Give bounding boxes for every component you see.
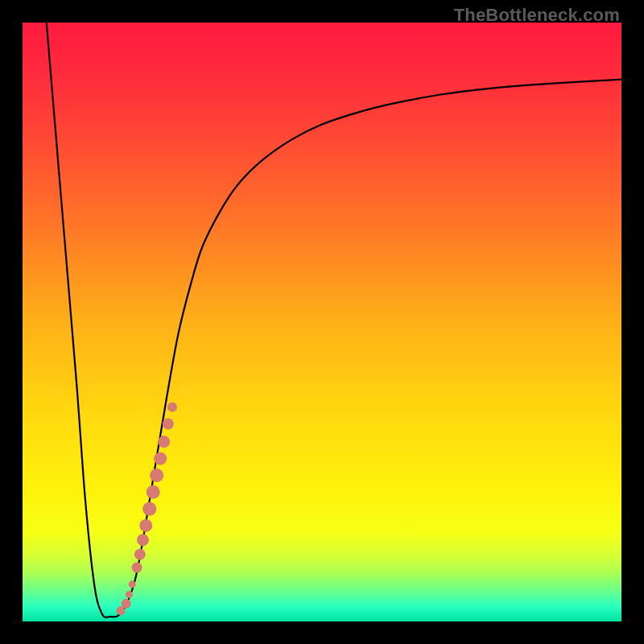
marker-dot bbox=[126, 591, 133, 598]
bottleneck-chart bbox=[23, 23, 621, 621]
marker-dot bbox=[167, 402, 177, 412]
marker-dot bbox=[122, 599, 131, 609]
chart-frame bbox=[23, 23, 621, 621]
marker-dot bbox=[142, 502, 156, 516]
marker-dot bbox=[134, 549, 146, 560]
marker-dot bbox=[137, 534, 149, 546]
marker-dot bbox=[129, 580, 136, 588]
marker-dot bbox=[139, 519, 152, 532]
chart-background bbox=[23, 23, 621, 621]
marker-dot bbox=[147, 485, 160, 499]
marker-dot bbox=[158, 436, 170, 448]
marker-dot bbox=[163, 418, 174, 429]
marker-dot bbox=[132, 563, 142, 573]
marker-dot bbox=[154, 452, 167, 465]
marker-dot bbox=[150, 469, 163, 482]
